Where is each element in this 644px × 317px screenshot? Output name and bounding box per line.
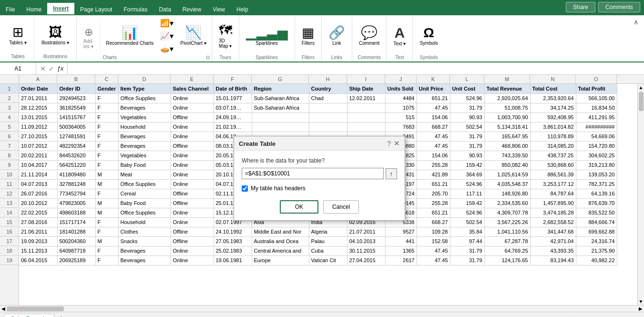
cell-r18-c4[interactable]: Beverages [118,246,171,256]
cell-r16-c13[interactable]: 1,041,110.56 [484,227,530,236]
cell-r14-c2[interactable]: 498603188 [57,208,95,217]
row-header-6[interactable]: 6 [0,132,19,141]
cell-r13-c1[interactable]: 20.10.2012 [19,198,57,208]
cell-r4-c7[interactable] [252,112,309,122]
cell-r9-c11[interactable]: 255.28 [417,160,450,170]
cell-r6-c12[interactable]: 31.79 [450,132,484,141]
cell-r8-c15[interactable]: 304,602.25 [576,151,617,160]
cell-r12-c12[interactable]: 117.11 [450,189,484,198]
3d-map-button[interactable]: 🗺 3DMap ▾ [215,22,236,51]
col-header-N[interactable]: N [530,75,576,83]
scroll-left-button[interactable]: ◀ [0,306,7,311]
cell-r2-c8[interactable]: Chad [309,93,347,103]
cell-r5-c7[interactable] [252,122,309,132]
table-row[interactable]: 27.01.2011292494523FOffice SuppliesOnlin… [19,93,617,103]
row-header-9[interactable]: 9 [0,160,19,170]
cell-r16-c15[interactable]: 699,662.88 [576,227,617,236]
cell-r5-c4[interactable]: Household [118,122,171,132]
dialog-range-input[interactable] [242,168,384,179]
cell-r1-c7[interactable]: Region [252,84,309,93]
cell-r5-c9[interactable] [347,122,385,132]
text-button[interactable]: A Text ▾ [389,24,409,48]
scroll-down-button[interactable]: ▼ [638,298,644,305]
cell-r1-c14[interactable]: Total Cost [530,84,576,93]
cell-r8-c11[interactable]: 154.06 [417,151,450,160]
row-header-13[interactable]: 13 [0,198,19,208]
cell-r3-c9[interactable] [347,103,385,112]
share-button[interactable]: Share [566,2,595,12]
cell-r3-c11[interactable]: 47.45 [417,103,450,112]
cell-r9-c12[interactable]: 159.42 [450,160,484,170]
cell-r9-c1[interactable]: 10.04.2017 [19,160,57,170]
cell-reference-box[interactable]: A1 [0,62,36,74]
col-header-A[interactable]: A [19,75,57,83]
cell-r18-c12[interactable]: 31.79 [450,246,484,256]
cell-r15-c11[interactable]: 668.27 [417,217,450,227]
cell-r16-c3[interactable]: F [95,227,118,236]
cell-r6-c13[interactable]: 165,647.95 [484,132,530,141]
cell-r7-c5[interactable]: Offline [171,141,214,151]
cell-r1-c12[interactable]: Unit Cost [450,84,484,93]
cell-r17-c11[interactable]: 152.58 [417,236,450,246]
horizontal-scrollbar[interactable]: ◀ ▶ [0,305,644,312]
cell-r19-c7[interactable]: Europe [252,256,309,265]
cell-r3-c12[interactable]: 31.79 [450,103,484,112]
table-row[interactable]: 21.06.2011181401288FClothesOffline24.10.… [19,227,617,236]
cell-r2-c13[interactable]: 2,920,025.64 [484,93,530,103]
cell-r11-c2[interactable]: 327881248 [57,179,95,189]
cell-r13-c5[interactable]: Offline [171,198,214,208]
cell-r11-c3[interactable]: M [95,179,118,189]
cell-r2-c15[interactable]: 566,105.00 [576,93,617,103]
scroll-h-thumb[interactable] [7,307,64,311]
row-header-12[interactable]: 12 [0,189,19,198]
ribbon-collapse-button[interactable]: ∧ [630,16,642,28]
chart-type-line-button[interactable]: 📈▾ [158,30,176,42]
cell-r6-c5[interactable]: Online [171,132,214,141]
cell-r10-c4[interactable]: Meat [118,170,171,179]
col-header-O[interactable]: O [576,75,617,83]
cell-r3-c5[interactable]: Online [171,103,214,112]
cell-r19-c2[interactable]: 206925189 [57,256,95,265]
cell-r6-c15[interactable]: 54,669.06 [576,132,617,141]
cell-r17-c12[interactable]: 97.44 [450,236,484,246]
row-header-2[interactable]: 2 [0,93,19,103]
cell-r2-c5[interactable]: Online [171,93,214,103]
dialog-ok-button[interactable]: OK [280,200,318,214]
cell-r5-c14[interactable]: 3,861,014.82 [530,122,576,132]
insert-function-icon[interactable]: ƒx [57,65,63,72]
ribbon-tab-formulas[interactable]: Formulas [118,4,153,15]
cell-r5-c2[interactable]: 500364005 [57,122,95,132]
cell-r2-c6[interactable]: 15.01.1977 [214,93,252,103]
cell-r5-c13[interactable]: 5,134,318.41 [484,122,530,132]
confirm-formula-icon[interactable]: ✓ [49,65,54,72]
row-header-17[interactable]: 17 [0,236,19,246]
cell-r9-c14[interactable]: 530,868.60 [530,160,576,170]
cell-r10-c3[interactable]: M [95,170,118,179]
cell-r4-c1[interactable]: 13.01.2015 [19,112,57,122]
row-header-5[interactable]: 5 [0,122,19,132]
cell-r17-c7[interactable]: Australia and Ocea [252,236,309,246]
cell-r18-c1[interactable]: 15.11.2013 [19,246,57,256]
row-header-14[interactable]: 14 [0,208,19,217]
cell-r5-c8[interactable] [309,122,347,132]
cell-r6-c11[interactable]: 47.45 [417,132,450,141]
cell-r18-c6[interactable]: 25.02.1983 [214,246,252,256]
ribbon-tab-data[interactable]: Data [153,4,176,15]
cell-r19-c13[interactable]: 124,176.65 [484,256,530,265]
cell-r2-c14[interactable]: 2,353,920.64 [530,93,576,103]
tables-button[interactable]: ⊞ Tables ▾ [5,23,31,48]
cell-r17-c6[interactable]: 27.05.1983 [214,236,252,246]
cell-r17-c3[interactable]: M [95,236,118,246]
cell-r1-c11[interactable]: Unit Price [417,84,450,93]
cell-r18-c5[interactable]: Online [171,246,214,256]
cell-r9-c5[interactable]: Online [171,160,214,170]
cell-r4-c13[interactable]: 1,003,700.90 [484,112,530,122]
cell-r13-c13[interactable]: 2,334,535.60 [484,198,530,208]
cell-r3-c6[interactable]: 03.07.19… [214,103,252,112]
cell-r8-c2[interactable]: 844532620 [57,151,95,160]
cell-r3-c10[interactable]: 1075 [385,103,417,112]
cell-r15-c4[interactable]: Household [118,217,171,227]
cell-r5-c1[interactable]: 11.09.2012 [19,122,57,132]
cell-r15-c12[interactable]: 502.54 [450,217,484,227]
cell-r14-c15[interactable]: 835,522.50 [576,208,617,217]
